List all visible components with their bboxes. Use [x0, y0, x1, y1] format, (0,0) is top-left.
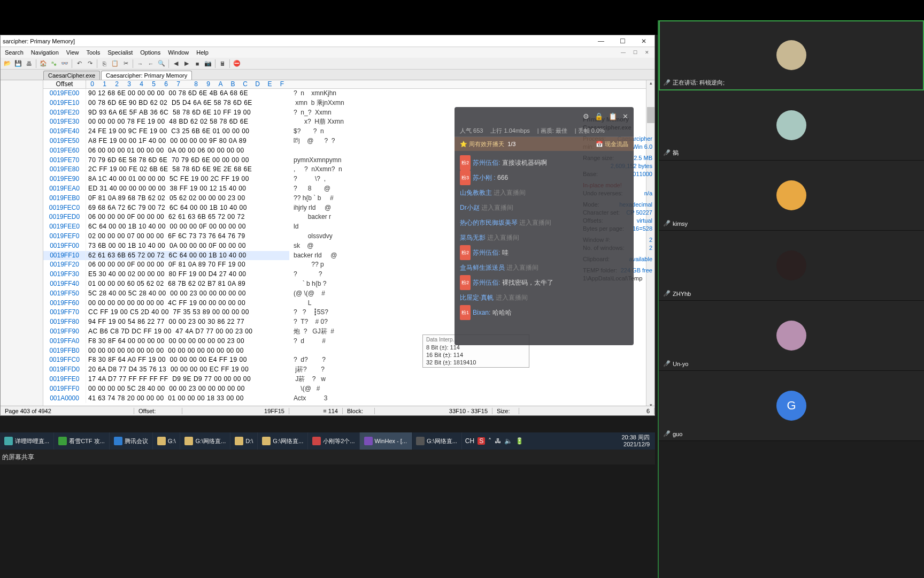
menu-specialist[interactable]: Specialist	[104, 48, 136, 57]
chat-message-list[interactable]: 粉2苏州伍佰: 直接读机器码啊粉3苏小刚 : 666山兔教教主 进入直播间Dr小…	[455, 151, 634, 324]
chat-message: 粉2苏州伍佰: 直接读机器码啊	[460, 155, 628, 170]
hex-row[interactable]: 0019FE0090 12 68 6E 00 00 00 00 00 78 6D…	[43, 89, 646, 98]
menu-help[interactable]: Help	[193, 48, 212, 57]
participant-tile[interactable]: G🎤̸guo	[659, 371, 924, 441]
chat-message: 热心的市民御坂美琴 进入直播间	[460, 215, 628, 230]
chat-message: Dr小赵 进入直播间	[460, 200, 628, 215]
chat-lock-icon[interactable]: 🔒	[595, 112, 603, 120]
taskbar-item[interactable]: G:\	[153, 432, 181, 450]
cut-icon[interactable]: ✂	[121, 59, 130, 69]
live-chat-overlay[interactable]: ⚙ 🔒 📋 ✕ 人气 653 上行 1.04mbps | 画质: 最佳 | 丢帧…	[455, 107, 634, 345]
chat-settings-icon[interactable]: ⚙	[583, 112, 589, 120]
tray-network-icon[interactable]: 🖧	[495, 437, 501, 445]
undo-icon[interactable]: ↶	[74, 59, 84, 69]
mic-muted-icon: 🎤̸	[663, 79, 671, 86]
taskbar-item[interactable]: D:\	[230, 432, 258, 450]
menu-window[interactable]: Window	[165, 48, 192, 57]
back-icon[interactable]: ←	[146, 59, 156, 69]
status-block-value: 33F10 - 33F15	[375, 408, 492, 414]
find-hex-icon[interactable]: ⁿₑ	[49, 59, 59, 69]
zoom-icon[interactable]: 🔍	[157, 59, 166, 69]
participant-tile[interactable]: 🎤̸ZHYhb	[659, 231, 924, 301]
tab-primary-memory[interactable]: Caesarcipher: Primary Memory	[101, 71, 192, 80]
hex-row[interactable]: 0019FE1000 78 6D 6E 90 BD 62 02 D5 D4 6A…	[43, 98, 646, 108]
taskbar-item[interactable]: 看雪CTF 攻...	[54, 432, 110, 450]
redo-icon[interactable]: ↷	[85, 59, 95, 69]
paste-icon[interactable]: 📋	[110, 59, 120, 69]
tray-battery-icon[interactable]: 🔋	[515, 437, 523, 445]
menu-search[interactable]: Search	[2, 48, 27, 57]
menu-options[interactable]: Options	[137, 48, 164, 57]
chat-message: 菜鸟无影 进入直播间	[460, 230, 628, 245]
system-tray[interactable]: CH S ˄ 🖧 🔈 🔋	[462, 437, 527, 445]
mdi-minimize-icon[interactable]: —	[618, 49, 629, 56]
hex-row[interactable]: 0019FFE017 4A D7 77 FF FF FF FF D9 9E D9…	[43, 375, 646, 384]
goto-icon[interactable]: →	[135, 59, 145, 69]
chat-pin-icon[interactable]: 📋	[609, 112, 617, 120]
tray-speaker-icon[interactable]: 🔈	[504, 437, 512, 445]
camera-icon[interactable]: 📷	[203, 59, 213, 69]
participant-tile[interactable]: 🎤̸kimsy	[659, 161, 924, 231]
chat-close-icon[interactable]: ✕	[622, 112, 628, 120]
stop-icon[interactable]: ■	[192, 59, 202, 69]
tabbar: CaesarCipher.exe Caesarcipher: Primary M…	[1, 70, 654, 80]
participant-tile[interactable]: 🎤̸正在讲话: 科锐逆向;	[659, 20, 924, 90]
taskbar-clock[interactable]: 20:38 周四 2021/12/9	[616, 434, 655, 448]
hex-row[interactable]: 0019FFD020 6A D8 77 D4 35 76 13 00 00 00…	[43, 365, 646, 375]
binoculars-icon[interactable]: 👓	[60, 59, 70, 69]
hex-row[interactable]: 0019FFC0F8 30 8F 64 A0 FF 19 00 00 00 00…	[43, 355, 646, 365]
tab-caesarcipher-exe[interactable]: CaesarCipher.exe	[43, 71, 100, 80]
minimize-button[interactable]: —	[590, 35, 612, 47]
help-icon[interactable]: ⛔	[232, 59, 242, 69]
chat-message: 比屋定·真帆 进入直播间	[460, 290, 628, 305]
mic-muted-icon: 🎤̸	[663, 220, 671, 227]
hex-row[interactable]: 0019FFF000 00 00 00 5C 28 40 00 00 00 23…	[43, 384, 646, 394]
chat-banner-button[interactable]: 📅 现金流晶	[596, 140, 628, 148]
chat-toolbar: ⚙ 🔒 📋 ✕	[455, 107, 634, 125]
chat-message: 粉1Bixan: 哈哈哈	[460, 305, 628, 320]
ime-mode-icon[interactable]: S	[478, 437, 485, 445]
toolbar: 📂 💾 🖶 🏠 ⁿₑ 👓 ↶ ↷ ⎘ 📋 ✂ → ← 🔍 ◀ ▶ ■ 📷 🖩 ⛔	[1, 58, 654, 70]
hex-column-header: Offset 0123456789ABCDEF	[43, 80, 646, 89]
chat-message: 粉3苏小刚 : 666	[460, 170, 628, 185]
mdi-close-icon[interactable]: ✕	[642, 49, 652, 56]
close-button[interactable]: ✕	[633, 35, 654, 47]
chat-message: 盒马鲜生派送员 进入直播间	[460, 260, 628, 275]
save-icon[interactable]: 💾	[13, 59, 23, 69]
hex-row[interactable]: 0019FFB000 00 00 00 00 00 00 00 00 00 00…	[43, 346, 646, 356]
print-icon[interactable]: 🖶	[24, 59, 34, 69]
ime-indicator[interactable]: CH	[465, 437, 474, 445]
taskbar-item[interactable]: WinHex - [...	[360, 432, 412, 450]
find-icon[interactable]: 🏠	[38, 59, 48, 69]
status-block-label: Block:	[343, 408, 375, 414]
titlebar[interactable]: sarcipher: Primary Memory] — ☐ ✕	[1, 35, 654, 47]
taskbar-item[interactable]: G:\网络直...	[258, 432, 308, 450]
status-size-value: 6	[519, 408, 654, 414]
window-title: sarcipher: Primary Memory]	[3, 38, 590, 44]
tray-chevron-icon[interactable]: ˄	[488, 437, 491, 445]
taskbar-item[interactable]: 腾讯会议	[110, 432, 153, 450]
nav-fwd-icon[interactable]: ▶	[182, 59, 191, 69]
meeting-participants-panel: 🎤̸正在讲话: 科锐逆向;🎤̸鵅🎤̸kimsy🎤̸ZHYhb🎤̸Un-yoG🎤̸…	[658, 20, 924, 578]
mic-muted-icon: 🎤̸	[663, 360, 671, 367]
mic-muted-icon: 🎤̸	[663, 149, 671, 156]
menu-tools[interactable]: Tools	[83, 48, 104, 57]
participant-tile[interactable]: 🎤̸鵅	[659, 90, 924, 161]
open-icon[interactable]: 📂	[3, 59, 12, 69]
menu-navigation[interactable]: Navigation	[28, 48, 62, 57]
maximize-button[interactable]: ☐	[612, 35, 633, 47]
taskbar-item[interactable]: G:\网络直...	[412, 432, 462, 450]
nav-back-icon[interactable]: ◀	[171, 59, 181, 69]
taskbar-item[interactable]: G:\网络直...	[180, 432, 230, 450]
windows-taskbar[interactable]: 详哩哔哩直...看雪CTF 攻...腾讯会议G:\G:\网络直...D:\G:\…	[0, 432, 655, 450]
taskbar-item[interactable]: 小刚等2个...	[308, 432, 359, 450]
hex-row[interactable]: 001A000041 63 74 78 20 00 00 00 01 00 00…	[43, 394, 646, 404]
calc-icon[interactable]: 🖩	[218, 59, 227, 69]
menu-view[interactable]: View	[63, 48, 82, 57]
copy-icon[interactable]: ⎘	[99, 59, 109, 69]
taskbar-item[interactable]: 详哩哔哩直...	[0, 432, 54, 450]
participant-tile[interactable]: 🎤̸Un-yo	[659, 301, 924, 371]
scroll-up-icon[interactable]: ▴	[647, 80, 654, 88]
mdi-restore-icon[interactable]: ☐	[630, 49, 641, 56]
chat-banner[interactable]: ⭐ 周有效开播天 1/3 📅 现金流晶	[455, 137, 634, 151]
